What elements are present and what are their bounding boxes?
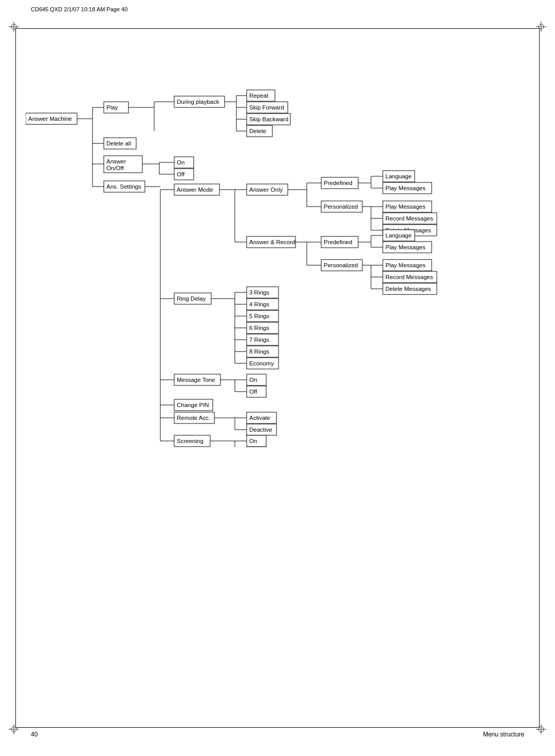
page-border-right (539, 28, 540, 728)
svg-text:Record Messages: Record Messages (385, 274, 433, 280)
svg-text:Skip Forward: Skip Forward (249, 104, 284, 110)
svg-text:6 Rings: 6 Rings (249, 325, 269, 331)
svg-text:Answer Machine: Answer Machine (28, 116, 72, 122)
svg-text:Language: Language (385, 232, 412, 238)
svg-text:Message Tone: Message Tone (177, 377, 215, 383)
svg-text:Delete Messages: Delete Messages (385, 286, 431, 292)
svg-text:On/Off: On/Off (106, 165, 124, 171)
reg-mark-tl (9, 22, 19, 32)
svg-text:Skip Backward: Skip Backward (249, 116, 288, 122)
menu-diagram: Answer Machine Play Delete all Answer On… (26, 46, 529, 447)
svg-text:Activate: Activate (249, 415, 270, 421)
svg-text:Answer: Answer (106, 158, 126, 164)
svg-text:Play: Play (106, 104, 118, 110)
svg-text:Repeat: Repeat (249, 93, 269, 99)
svg-text:On: On (177, 159, 184, 165)
reg-mark-bl (9, 724, 19, 734)
svg-text:Screening: Screening (177, 438, 203, 444)
page-border-top (15, 28, 540, 29)
svg-text:Answer Only: Answer Only (249, 187, 283, 193)
svg-text:Delete: Delete (249, 128, 266, 134)
svg-text:Play Messages: Play Messages (385, 244, 425, 250)
svg-text:Off: Off (177, 171, 185, 177)
svg-text:7 Rings: 7 Rings (249, 337, 269, 343)
svg-text:On: On (249, 438, 257, 444)
svg-text:Personalized: Personalized (324, 262, 358, 268)
svg-text:Deactive: Deactive (249, 427, 272, 433)
svg-text:Change PIN: Change PIN (177, 402, 209, 408)
footer-section: Menu structure (483, 731, 524, 738)
svg-text:Record Messages: Record Messages (385, 215, 433, 222)
reg-mark-tr (536, 22, 546, 32)
svg-text:Predefined: Predefined (324, 180, 353, 186)
svg-text:4 Rings: 4 Rings (249, 301, 269, 307)
svg-text:Language: Language (385, 173, 412, 179)
reg-mark-br (536, 724, 546, 734)
svg-text:Play Messages: Play Messages (385, 204, 425, 210)
svg-text:Play Messages: Play Messages (385, 185, 425, 191)
page-border-bottom (15, 727, 540, 728)
svg-text:Answer & Record: Answer & Record (249, 239, 295, 245)
svg-text:Ans. Settings: Ans. Settings (106, 183, 141, 190)
svg-text:Delete all: Delete all (106, 140, 131, 146)
svg-text:5 Rings: 5 Rings (249, 313, 269, 319)
svg-text:8 Rings: 8 Rings (249, 348, 269, 355)
svg-text:3 Rings: 3 Rings (249, 289, 269, 296)
page-number: 40 (31, 731, 38, 738)
svg-text:Play Messages: Play Messages (385, 262, 425, 268)
page-border-left (15, 28, 16, 728)
svg-text:During playback: During playback (177, 99, 219, 105)
svg-text:On: On (249, 377, 257, 383)
svg-text:Economy: Economy (249, 360, 274, 366)
header-text: CD645.QXD 2/1/07 10:18 AM Page 40 (31, 6, 127, 12)
svg-text:Answer Mode: Answer Mode (177, 187, 213, 193)
svg-text:Remote Acc.: Remote Acc. (177, 415, 210, 421)
svg-text:Off: Off (249, 389, 257, 395)
svg-text:Personalized: Personalized (324, 204, 358, 210)
svg-text:Predefined: Predefined (324, 239, 353, 245)
svg-text:Ring Delay: Ring Delay (177, 296, 206, 302)
